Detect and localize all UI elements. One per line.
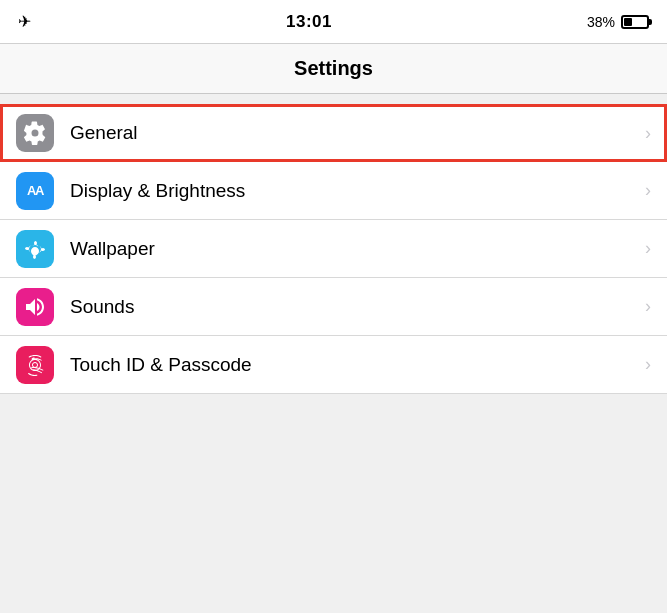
display-icon-text: AA <box>27 183 43 198</box>
sounds-label: Sounds <box>70 296 645 318</box>
status-bar: ✈ 13:01 38% <box>0 0 667 44</box>
general-chevron: › <box>645 123 651 144</box>
fingerprint-svg <box>23 353 47 377</box>
sound-svg <box>23 295 47 319</box>
battery-percent: 38% <box>587 14 615 30</box>
touchid-label: Touch ID & Passcode <box>70 354 645 376</box>
settings-list: General › AA Display & Brightness › Wall… <box>0 104 667 394</box>
battery-icon <box>621 15 649 29</box>
wallpaper-icon <box>16 230 54 268</box>
general-icon <box>16 114 54 152</box>
settings-item-wallpaper[interactable]: Wallpaper › <box>0 220 667 278</box>
sounds-chevron: › <box>645 296 651 317</box>
display-label: Display & Brightness <box>70 180 645 202</box>
flower-svg <box>23 237 47 261</box>
sounds-icon <box>16 288 54 326</box>
page-title: Settings <box>294 57 373 80</box>
airplane-icon: ✈ <box>18 12 31 31</box>
touchid-icon <box>16 346 54 384</box>
settings-item-display[interactable]: AA Display & Brightness › <box>0 162 667 220</box>
settings-item-touchid[interactable]: Touch ID & Passcode › <box>0 336 667 394</box>
touchid-chevron: › <box>645 354 651 375</box>
status-time: 13:01 <box>286 12 332 32</box>
navigation-bar: Settings <box>0 44 667 94</box>
display-chevron: › <box>645 180 651 201</box>
status-right: 38% <box>587 14 649 30</box>
gear-svg <box>23 121 47 145</box>
display-icon: AA <box>16 172 54 210</box>
wallpaper-chevron: › <box>645 238 651 259</box>
settings-item-sounds[interactable]: Sounds › <box>0 278 667 336</box>
wallpaper-label: Wallpaper <box>70 238 645 260</box>
status-left: ✈ <box>18 12 31 31</box>
settings-item-general[interactable]: General › <box>0 104 667 162</box>
general-label: General <box>70 122 645 144</box>
